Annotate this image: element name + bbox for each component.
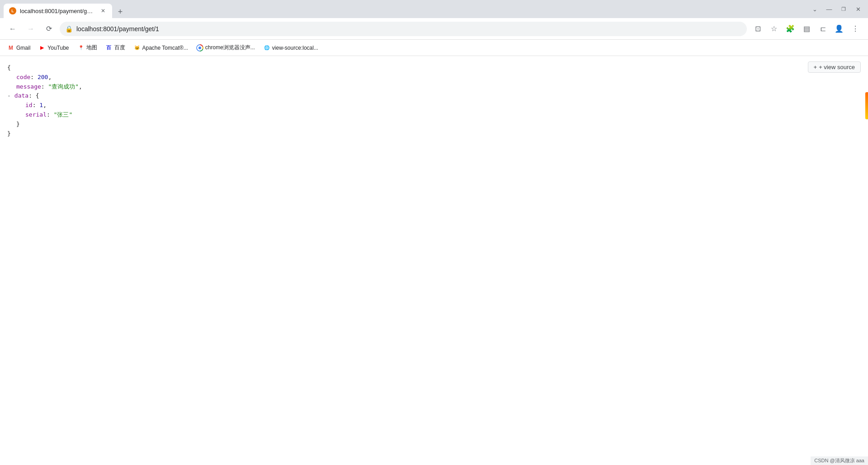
bookmark-youtube[interactable]: ▶ YouTube [35, 42, 72, 53]
addressbar: ← → ⟳ 🔒 localhost:8001/payment/get/1 ⊡ ☆… [0, 18, 868, 40]
code-value: 200 [38, 73, 48, 82]
json-serial-line: serial : "张三" [7, 110, 861, 120]
back-button[interactable]: ← [5, 22, 20, 36]
collapse-data-button[interactable]: - [7, 91, 11, 101]
serial-key: serial [25, 110, 47, 120]
json-close-brace: } [7, 129, 861, 139]
json-open-brace: { [7, 63, 861, 73]
svg-point-1 [198, 47, 201, 49]
cast-button[interactable]: ⊡ [750, 22, 765, 36]
maps-icon: 📍 [77, 44, 85, 52]
bookmark-chrome-sound[interactable]: chrome浏览器没声... [193, 42, 259, 53]
youtube-icon: ▶ [38, 44, 46, 52]
json-id-line: id : 1 , [7, 101, 861, 110]
bookmark-maps-label: 地图 [86, 44, 97, 52]
tab-search-button[interactable]: ⌄ [808, 3, 821, 15]
split-view-button[interactable]: ⊏ [816, 22, 830, 36]
json-viewer: { code : 200 , message : "查询成功" , - data… [0, 60, 868, 142]
tab-bar: L localhost:8001/payment/get/1 ✕ + [4, 0, 805, 18]
message-key: message [16, 82, 41, 92]
id-value: 1 [39, 101, 43, 110]
view-source-label: + view source [819, 64, 855, 70]
minimize-button[interactable]: — [823, 3, 835, 15]
view-source-button[interactable]: + + view source [808, 61, 861, 73]
message-value: "查询成功" [48, 82, 79, 92]
tab-close-button[interactable]: ✕ [99, 7, 107, 14]
json-data-line: - data : { [7, 91, 861, 101]
active-tab[interactable]: L localhost:8001/payment/get/1 ✕ [4, 4, 112, 18]
omnibox[interactable]: 🔒 localhost:8001/payment/get/1 [60, 22, 747, 36]
refresh-button[interactable]: ⟳ [42, 22, 56, 36]
bookmark-gmail[interactable]: M Gmail [4, 42, 34, 53]
bookmark-viewsource[interactable]: 🌐 view-source:local... [259, 42, 322, 53]
extensions-button[interactable]: 🧩 [783, 22, 797, 36]
bookmark-baidu-label: 百度 [114, 44, 125, 52]
window-controls: ⌄ — ❐ ✕ [808, 3, 864, 15]
bookmark-baidu[interactable]: 百 百度 [102, 42, 129, 53]
forward-button[interactable]: → [24, 22, 38, 36]
json-code-line: code : 200 , [7, 73, 861, 82]
security-icon: 🔒 [65, 25, 73, 33]
viewsource-icon: 🌐 [263, 44, 270, 52]
id-key: id [25, 101, 33, 110]
tab-title: localhost:8001/payment/get/1 [20, 8, 96, 14]
gmail-icon: M [7, 44, 14, 52]
bookmark-button[interactable]: ☆ [767, 22, 781, 36]
restore-button[interactable]: ❐ [837, 3, 850, 15]
tab-manager-button[interactable]: ▤ [799, 22, 814, 36]
bookmarks-bar: M Gmail ▶ YouTube 📍 地图 百 百度 🐱 Apache Tom… [0, 40, 868, 56]
bookmark-gmail-label: Gmail [16, 45, 30, 51]
serial-value: "张三" [54, 110, 73, 120]
new-tab-button[interactable]: + [114, 5, 127, 18]
bookmark-tomcat[interactable]: 🐱 Apache Tomcat®... [130, 42, 192, 53]
statusbar: CSDN @清风微凉 aaa [811, 456, 868, 465]
toolbar-actions: ⊡ ☆ 🧩 ▤ ⊏ 👤 ⋮ [750, 22, 863, 36]
statusbar-text: CSDN @清风微凉 aaa [814, 458, 864, 463]
json-message-line: message : "查询成功" , [7, 82, 861, 92]
code-key: code [16, 73, 30, 82]
bookmark-youtube-label: YouTube [47, 45, 69, 51]
tomcat-icon: 🐱 [133, 44, 141, 52]
baidu-icon: 百 [105, 44, 113, 52]
side-widget [865, 92, 868, 119]
bookmark-viewsource-label: view-source:local... [272, 45, 318, 51]
chrome-sound-icon [196, 44, 203, 52]
json-data-close: } [7, 120, 861, 129]
url-display: localhost:8001/payment/get/1 [76, 25, 741, 33]
profile-button[interactable]: 👤 [832, 22, 846, 36]
bookmark-chrome-sound-label: chrome浏览器没声... [205, 44, 255, 52]
tab-favicon: L [9, 7, 16, 14]
bookmark-tomcat-label: Apache Tomcat®... [142, 45, 188, 51]
close-button[interactable]: ✕ [852, 3, 864, 15]
data-key: data [14, 91, 28, 101]
view-source-plus-icon: + [814, 64, 817, 70]
bookmark-maps[interactable]: 📍 地图 [74, 42, 101, 53]
menu-button[interactable]: ⋮ [848, 22, 863, 36]
titlebar: L localhost:8001/payment/get/1 ✕ + ⌄ — ❐… [0, 0, 868, 18]
main-content: + + view source { code : 200 , message :… [0, 56, 868, 465]
